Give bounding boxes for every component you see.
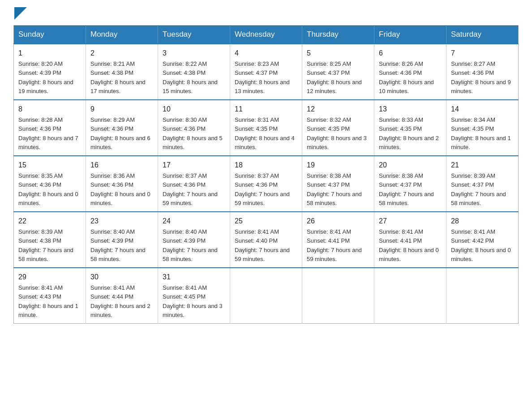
calendar-day-cell [302,268,374,324]
day-number: 18 [235,160,297,171]
calendar-day-header: Saturday [446,26,519,44]
calendar-day-cell: 15 Sunrise: 8:35 AMSunset: 4:36 PMDaylig… [14,156,86,212]
calendar-day-cell: 20 Sunrise: 8:38 AMSunset: 4:37 PMDaylig… [374,156,446,212]
day-number: 14 [451,104,514,115]
day-info: Sunrise: 8:40 AMSunset: 4:39 PMDaylight:… [163,228,218,262]
calendar-day-cell: 6 Sunrise: 8:26 AMSunset: 4:36 PMDayligh… [374,44,446,100]
calendar-week-row: 22 Sunrise: 8:39 AMSunset: 4:38 PMDaylig… [14,212,519,268]
calendar-day-cell: 30 Sunrise: 8:41 AMSunset: 4:44 PMDaylig… [86,268,158,324]
day-number: 25 [235,216,297,227]
calendar-day-header: Friday [374,26,446,44]
calendar-day-cell: 4 Sunrise: 8:23 AMSunset: 4:37 PMDayligh… [230,44,302,100]
day-info: Sunrise: 8:41 AMSunset: 4:40 PMDaylight:… [235,228,290,262]
calendar-day-header: Wednesday [230,26,302,44]
day-number: 29 [18,272,81,283]
calendar-day-cell: 3 Sunrise: 8:22 AMSunset: 4:38 PMDayligh… [158,44,230,100]
day-number: 12 [307,104,369,115]
day-info: Sunrise: 8:21 AMSunset: 4:38 PMDaylight:… [90,60,146,94]
day-info: Sunrise: 8:39 AMSunset: 4:37 PMDaylight:… [451,172,506,206]
calendar-day-cell: 31 Sunrise: 8:41 AMSunset: 4:45 PMDaylig… [158,268,230,324]
day-number: 7 [451,48,514,59]
day-number: 17 [163,160,225,171]
day-number: 13 [379,104,442,115]
day-info: Sunrise: 8:34 AMSunset: 4:35 PMDaylight:… [451,116,511,150]
calendar-day-cell: 17 Sunrise: 8:37 AMSunset: 4:36 PMDaylig… [158,156,230,212]
calendar-day-cell: 10 Sunrise: 8:30 AMSunset: 4:36 PMDaylig… [158,100,230,156]
calendar-day-cell: 1 Sunrise: 8:20 AMSunset: 4:39 PMDayligh… [14,44,86,100]
day-number: 9 [90,104,153,115]
day-info: Sunrise: 8:26 AMSunset: 4:36 PMDaylight:… [379,60,434,94]
day-number: 31 [163,272,225,283]
calendar-week-row: 8 Sunrise: 8:28 AMSunset: 4:36 PMDayligh… [14,100,519,156]
day-number: 28 [451,216,514,227]
day-number: 19 [307,160,369,171]
day-info: Sunrise: 8:22 AMSunset: 4:38 PMDaylight:… [163,60,218,94]
day-info: Sunrise: 8:27 AMSunset: 4:36 PMDaylight:… [451,60,511,94]
calendar-day-cell: 26 Sunrise: 8:41 AMSunset: 4:41 PMDaylig… [302,212,374,268]
calendar-day-cell: 22 Sunrise: 8:39 AMSunset: 4:38 PMDaylig… [14,212,86,268]
day-info: Sunrise: 8:41 AMSunset: 4:45 PMDaylight:… [163,284,223,318]
day-number: 23 [90,216,153,227]
day-number: 21 [451,160,514,171]
calendar-day-cell [374,268,446,324]
logo-triangle-icon [14,7,27,20]
day-info: Sunrise: 8:29 AMSunset: 4:36 PMDaylight:… [90,116,150,150]
day-info: Sunrise: 8:20 AMSunset: 4:39 PMDaylight:… [18,60,73,94]
day-number: 3 [163,48,225,59]
day-info: Sunrise: 8:37 AMSunset: 4:36 PMDaylight:… [163,172,218,206]
calendar-day-cell: 25 Sunrise: 8:41 AMSunset: 4:40 PMDaylig… [230,212,302,268]
day-number: 10 [163,104,225,115]
day-info: Sunrise: 8:31 AMSunset: 4:35 PMDaylight:… [235,116,295,150]
day-number: 20 [379,160,442,171]
day-number: 2 [90,48,153,59]
calendar-day-cell: 12 Sunrise: 8:32 AMSunset: 4:35 PMDaylig… [302,100,374,156]
day-number: 22 [18,216,81,227]
day-number: 11 [235,104,297,115]
calendar-day-header: Tuesday [158,26,230,44]
day-info: Sunrise: 8:41 AMSunset: 4:44 PMDaylight:… [90,284,150,318]
day-info: Sunrise: 8:41 AMSunset: 4:41 PMDaylight:… [307,228,362,262]
calendar-day-cell: 24 Sunrise: 8:40 AMSunset: 4:39 PMDaylig… [158,212,230,268]
day-info: Sunrise: 8:23 AMSunset: 4:37 PMDaylight:… [235,60,290,94]
day-info: Sunrise: 8:35 AMSunset: 4:36 PMDaylight:… [18,172,78,206]
calendar-day-cell [230,268,302,324]
page-header [13,9,519,17]
calendar-day-cell: 27 Sunrise: 8:41 AMSunset: 4:41 PMDaylig… [374,212,446,268]
calendar-day-cell: 21 Sunrise: 8:39 AMSunset: 4:37 PMDaylig… [446,156,519,212]
day-info: Sunrise: 8:37 AMSunset: 4:36 PMDaylight:… [235,172,290,206]
calendar-header-row: SundayMondayTuesdayWednesdayThursdayFrid… [14,26,519,44]
calendar-day-cell: 5 Sunrise: 8:25 AMSunset: 4:37 PMDayligh… [302,44,374,100]
day-number: 30 [90,272,153,283]
calendar-day-cell: 18 Sunrise: 8:37 AMSunset: 4:36 PMDaylig… [230,156,302,212]
day-info: Sunrise: 8:41 AMSunset: 4:43 PMDaylight:… [18,284,78,318]
calendar-day-cell: 8 Sunrise: 8:28 AMSunset: 4:36 PMDayligh… [14,100,86,156]
calendar-day-cell: 19 Sunrise: 8:38 AMSunset: 4:37 PMDaylig… [302,156,374,212]
calendar-table: SundayMondayTuesdayWednesdayThursdayFrid… [13,25,519,324]
day-number: 15 [18,160,81,171]
day-number: 1 [18,48,81,59]
calendar-day-cell: 28 Sunrise: 8:41 AMSunset: 4:42 PMDaylig… [446,212,519,268]
day-info: Sunrise: 8:33 AMSunset: 4:35 PMDaylight:… [379,116,439,150]
day-info: Sunrise: 8:39 AMSunset: 4:38 PMDaylight:… [18,228,73,262]
calendar-week-row: 15 Sunrise: 8:35 AMSunset: 4:36 PMDaylig… [14,156,519,212]
calendar-day-cell: 13 Sunrise: 8:33 AMSunset: 4:35 PMDaylig… [374,100,446,156]
calendar-day-cell: 11 Sunrise: 8:31 AMSunset: 4:35 PMDaylig… [230,100,302,156]
day-info: Sunrise: 8:38 AMSunset: 4:37 PMDaylight:… [379,172,434,206]
day-number: 5 [307,48,369,59]
calendar-week-row: 1 Sunrise: 8:20 AMSunset: 4:39 PMDayligh… [14,44,519,100]
calendar-day-header: Monday [86,26,158,44]
day-info: Sunrise: 8:32 AMSunset: 4:35 PMDaylight:… [307,116,367,150]
calendar-day-cell: 23 Sunrise: 8:40 AMSunset: 4:39 PMDaylig… [86,212,158,268]
day-info: Sunrise: 8:36 AMSunset: 4:36 PMDaylight:… [90,172,150,206]
day-number: 4 [235,48,297,59]
calendar-day-cell: 29 Sunrise: 8:41 AMSunset: 4:43 PMDaylig… [14,268,86,324]
calendar-day-header: Thursday [302,26,374,44]
day-number: 24 [163,216,225,227]
day-number: 6 [379,48,442,59]
day-number: 16 [90,160,153,171]
calendar-week-row: 29 Sunrise: 8:41 AMSunset: 4:43 PMDaylig… [14,268,519,324]
day-number: 26 [307,216,369,227]
day-info: Sunrise: 8:28 AMSunset: 4:36 PMDaylight:… [18,116,78,150]
calendar-day-cell [446,268,519,324]
day-info: Sunrise: 8:40 AMSunset: 4:39 PMDaylight:… [90,228,146,262]
